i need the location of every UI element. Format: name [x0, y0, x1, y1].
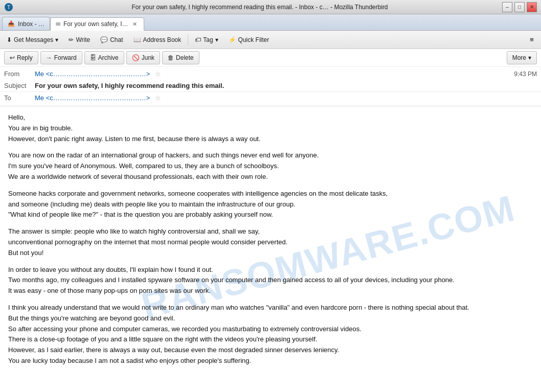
body-line-15: It was easy - one of those many pop-ups … [8, 286, 533, 296]
archive-label: Archive [98, 54, 119, 61]
body-line-3: However, don't panic right away. Listen … [8, 134, 533, 145]
address-book-icon: 📖 [133, 36, 141, 43]
window-title: For your own safety, I highly recommend … [17, 4, 502, 11]
email-header: ↩ Reply → Forward 🗄 Archive 🚫 Junk 🗑 Del… [0, 49, 541, 106]
tag-button[interactable]: 🏷 Tag ▾ [190, 33, 222, 47]
get-messages-arrow: ▾ [55, 36, 58, 43]
tag-icon: 🏷 [195, 36, 201, 43]
body-line-7: Someone hacks corporate and government n… [8, 189, 533, 199]
chat-button[interactable]: 💬 Chat [96, 33, 127, 47]
delete-button[interactable]: 🗑 Delete [162, 51, 199, 64]
email-metadata: From Me <c……………………………………> ☆ 9:43 PM [0, 67, 541, 81]
body-line-4: You are now on the radar of an internati… [8, 150, 533, 161]
more-arrow: ▾ [528, 54, 531, 61]
to-row: To Me <c……………………………………> ☆ [4, 93, 537, 103]
junk-icon: 🚫 [132, 54, 140, 61]
forward-icon: → [46, 54, 52, 61]
inbox-tab-icon: 📥 [8, 20, 15, 27]
tab-inbox[interactable]: 📥 Inbox - … [2, 17, 50, 30]
email-time: 9:43 PM [514, 71, 537, 78]
to-star-icon[interactable]: ☆ [155, 94, 161, 102]
body-line-21: You are lucky today because I am not a s… [8, 356, 533, 366]
body-line-14: Two months ago, my colleagues and I inst… [8, 275, 533, 286]
to-address[interactable]: Me <c……………………………………> [35, 94, 150, 102]
more-label: More [512, 54, 526, 61]
quick-filter-label: Quick Filter [238, 36, 269, 43]
forward-label: Forward [54, 54, 77, 61]
email-actions-bar: ↩ Reply → Forward 🗄 Archive 🚫 Junk 🗑 Del… [0, 49, 541, 67]
email-tab-icon: ✉ [56, 21, 60, 28]
inbox-tab-label: Inbox - … [18, 20, 44, 28]
body-line-19: There is a close-up footage of you and a… [8, 334, 533, 345]
body-line-12: But not you! [8, 248, 533, 259]
get-messages-button[interactable]: ⬇ Get Messages ▾ [2, 33, 63, 47]
email-body: RANSOMWARE.COM Hello, You are in big tro… [0, 106, 541, 392]
toolbar: ⬇ Get Messages ▾ ✏ Write 💬 Chat 📖 Addres… [0, 31, 541, 49]
maximize-button[interactable]: □ [514, 2, 525, 12]
tag-arrow: ▾ [215, 36, 218, 43]
email-tab-label: For your own safety, I… [63, 20, 128, 28]
archive-button[interactable]: 🗄 Archive [84, 51, 124, 64]
address-book-button[interactable]: 📖 Address Book [129, 33, 186, 47]
forward-button[interactable]: → Forward [40, 51, 82, 64]
filter-icon: ⚡ [229, 36, 236, 43]
window-controls: – □ ✕ [502, 2, 537, 12]
body-line-8: and someone (including me) deals with pe… [8, 199, 533, 210]
subject-text: For your own safety, I highly recommend … [35, 82, 537, 89]
svg-text:T: T [7, 5, 10, 10]
toolbar-menu-button[interactable]: ≡ [525, 33, 539, 47]
from-row: From Me <c……………………………………> ☆ 9:43 PM [4, 69, 537, 79]
delete-label: Delete [176, 54, 194, 61]
email-body-text: Hello, You are in big trouble. However, … [8, 112, 533, 366]
titlebar: T For your own safety, I highly recommen… [0, 0, 541, 14]
to-value: Me <c……………………………………> ☆ [35, 94, 537, 102]
from-label: From [4, 70, 35, 78]
junk-label: Junk [142, 54, 154, 61]
chat-icon: 💬 [100, 36, 108, 43]
body-line-1: Hello, [8, 112, 533, 123]
chat-label: Chat [110, 36, 123, 43]
quick-filter-button[interactable]: ⚡ Quick Filter [224, 33, 274, 47]
close-button[interactable]: ✕ [527, 2, 537, 12]
more-button[interactable]: More ▾ [507, 51, 537, 64]
body-line-13: In order to leave you without any doubts… [8, 265, 533, 275]
get-messages-icon: ⬇ [7, 36, 12, 43]
reply-icon: ↩ [10, 54, 15, 61]
subject-row: Subject For your own safety, I highly re… [0, 81, 541, 92]
from-value: Me <c……………………………………> ☆ [35, 70, 514, 78]
reply-button[interactable]: ↩ Reply [4, 51, 38, 64]
to-label: To [4, 94, 35, 102]
subject-label: Subject [4, 82, 35, 89]
body-line-11: unconventional pornography on the intern… [8, 237, 533, 248]
to-section: To Me <c……………………………………> ☆ [0, 92, 541, 106]
body-line-6: We are a worldwide network of several th… [8, 172, 533, 182]
body-line-17: But the things you're watching are beyon… [8, 313, 533, 324]
write-label: Write [76, 36, 90, 43]
minimize-button[interactable]: – [502, 2, 512, 12]
address-book-label: Address Book [143, 36, 182, 43]
reply-label: Reply [17, 54, 33, 61]
from-address[interactable]: Me <c……………………………………> [35, 70, 150, 78]
body-line-18: So after accessing your phone and comput… [8, 324, 533, 335]
tab-bar: 📥 Inbox - … ✉ For your own safety, I… ✕ [0, 14, 541, 31]
tab-close-button[interactable]: ✕ [131, 20, 139, 28]
body-line-2: You are in big trouble. [8, 123, 533, 134]
get-messages-label: Get Messages [14, 36, 53, 43]
body-line-10: The answer is simple: people who like to… [8, 226, 533, 237]
body-line-9: "What kind of people like me?" - that is… [8, 210, 533, 220]
archive-icon: 🗄 [90, 54, 96, 61]
body-line-5: I'm sure you've heard of Anonymous. Well… [8, 161, 533, 172]
app-icon: T [4, 3, 13, 12]
body-line-20: However, as I said earlier, there is alw… [8, 345, 533, 356]
star-icon[interactable]: ☆ [155, 70, 161, 78]
tab-email[interactable]: ✉ For your own safety, I… ✕ [50, 17, 144, 31]
toolbar-separator [188, 34, 188, 45]
body-line-16: I think you already understand that we w… [8, 303, 533, 313]
tag-label: Tag [203, 36, 213, 43]
junk-button[interactable]: 🚫 Junk [126, 51, 160, 64]
write-icon: ✏ [69, 36, 74, 43]
write-button[interactable]: ✏ Write [64, 33, 95, 47]
delete-icon: 🗑 [168, 54, 174, 61]
menu-icon: ≡ [530, 36, 534, 43]
